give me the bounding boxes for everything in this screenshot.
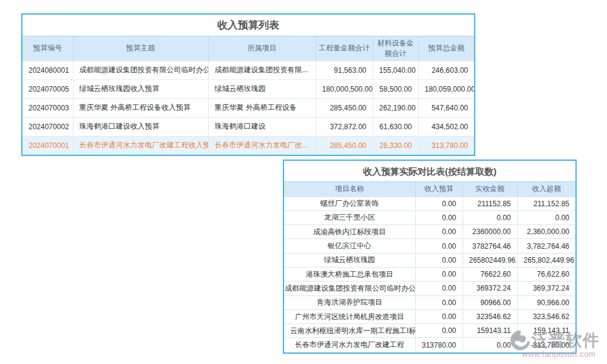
received-amount-cell: 323546.62 (463, 309, 517, 323)
material-total-cell: 155,040.00 (373, 61, 418, 79)
income-budget-cell: 0.00 (415, 211, 463, 224)
project-link[interactable]: 珠海鹤港口建设 (208, 117, 316, 136)
income-budget-header-row: 预算编号 预算主题 所属项目 工程量金额合计 材料设备金额合计 预算总金额 (22, 36, 474, 61)
income-budget-cell: 0.00 (415, 309, 463, 323)
project-link[interactable]: 成都能源建设集团投资有限... (208, 61, 316, 79)
comparison-table: 项目名称 收入预算 实收金额 收入超额 螺丝厂办公室装饰0.00211152.8… (284, 182, 575, 352)
table-row[interactable]: 青海洪湖养护院项目0.0090966.0090,966.00 (284, 295, 575, 309)
project-link[interactable]: 绿城云栖玫瑰园 (208, 79, 316, 98)
budget-total-cell: 434,502.00 (418, 117, 474, 136)
received-amount-cell: 265802449.96 (463, 253, 517, 267)
table-row[interactable]: 云南水利枢纽潜明水库一期工程施工I标0.00159143.11159,143.1… (284, 324, 575, 338)
income-excess-cell: 90,966.00 (517, 295, 575, 309)
received-amount-cell: 159143.11 (463, 324, 517, 338)
material-total-cell: 58,500.00 (373, 79, 418, 98)
engineering-total-cell: 285,450.00 (316, 136, 373, 155)
received-amount-cell: 0.00 (463, 211, 517, 224)
col-header-income-excess: 收入超额 (517, 182, 575, 197)
col-header-received-amount: 实收金额 (463, 182, 517, 197)
budget-code-cell: 2024080001 (22, 61, 73, 79)
col-header-budget-code: 预算编号 (22, 36, 73, 61)
comparison-panel: 收入预算实际对比表(按结算取数) 项目名称 收入预算 实收金额 收入超额 螺丝厂… (283, 160, 577, 354)
received-amount-cell: 90966.00 (463, 295, 517, 309)
income-excess-cell: -313,780.00 (517, 338, 575, 352)
income-budget-cell: 0.00 (415, 324, 463, 338)
project-link[interactable]: 长春市伊通河水力发电厂改... (208, 136, 316, 155)
project-name-link[interactable]: 银亿滨江中心 (284, 239, 415, 253)
income-excess-cell: 211,152.85 (517, 197, 575, 211)
project-link[interactable]: 重庆华夏 外高桥工程设备 (208, 98, 316, 117)
project-name-link[interactable]: 龙湖三千里小区 (284, 211, 415, 224)
project-name-link[interactable]: 青海洪湖养护院项目 (284, 295, 415, 309)
table-row[interactable]: 2024070002珠海鹤港口建设收入预算珠海鹤港口建设372,872.0061… (22, 117, 474, 136)
page: { "budget_list": { "title": "收入预算列表", "c… (0, 0, 607, 364)
budget-subject-link[interactable]: 成都能源建设集团投资有限公司临时办公场所... (73, 61, 208, 79)
table-row[interactable]: 广州市天河区统计局机房改造项目0.00323546.62323,546.62 (284, 309, 575, 323)
project-name-link[interactable]: 港珠澳大桥施工总承包项目 (284, 267, 415, 281)
received-amount-cell: 2360000.00 (463, 225, 517, 239)
income-budget-list-title: 收入预算列表 (22, 15, 474, 36)
col-header-income-budget: 收入预算 (415, 182, 463, 197)
project-name-link[interactable]: 成都能源建设集团投资有限公司临时办公场所装 (284, 281, 415, 295)
budget-subject-link[interactable]: 珠海鹤港口建设收入预算 (73, 117, 208, 136)
budget-total-cell: 547,640.00 (418, 98, 474, 117)
col-header-material-total: 材料设备金额合计 (373, 36, 418, 61)
table-row[interactable]: 长春市伊通河水力发电厂改建工程313780.000.00-313,780.00 (284, 338, 575, 352)
col-header-project-name: 项目名称 (284, 182, 415, 197)
income-excess-cell: 323,546.62 (517, 309, 575, 323)
project-name-link[interactable]: 长春市伊通河水力发电厂改建工程 (284, 338, 415, 352)
income-budget-cell: 0.00 (415, 267, 463, 281)
budget-code-cell: 2024070005 (22, 79, 73, 98)
comparison-title: 收入预算实际对比表(按结算取数) (284, 161, 575, 182)
budget-subject-link[interactable]: 绿城云栖玫瑰园收入预算 (73, 79, 208, 98)
engineering-total-cell: 180,000,500.00 (316, 79, 373, 98)
income-budget-cell: 0.00 (415, 253, 463, 267)
income-budget-cell: 0.00 (415, 239, 463, 253)
engineering-total-cell: 91,563.00 (316, 61, 373, 79)
income-excess-cell: 369,372.24 (517, 281, 575, 295)
income-budget-list-panel: 收入预算列表 预算编号 预算主题 所属项目 工程量金额合计 材料设备金额合计 预… (21, 13, 475, 156)
budget-code-cell: 2024070001 (22, 136, 73, 155)
table-row[interactable]: 2024070003重庆华夏 外高桥工程设备收入预算重庆华夏 外高桥工程设备28… (22, 98, 474, 117)
comparison-header-row: 项目名称 收入预算 实收金额 收入超额 (284, 182, 575, 197)
budget-subject-link[interactable]: 重庆华夏 外高桥工程设备收入预算 (73, 98, 208, 117)
project-name-link[interactable]: 成渝高铁内江标段项目 (284, 225, 415, 239)
income-budget-tbody: 2024080001成都能源建设集团投资有限公司临时办公场所...成都能源建设集… (22, 61, 474, 155)
income-excess-cell: 159,143.11 (517, 324, 575, 338)
table-row[interactable]: 银亿滨江中心0.003782764.463,782,764.46 (284, 239, 575, 253)
table-row[interactable]: 2024080001成都能源建设集团投资有限公司临时办公场所...成都能源建设集… (22, 61, 474, 79)
income-budget-table: 预算编号 预算主题 所属项目 工程量金额合计 材料设备金额合计 预算总金额 20… (22, 36, 474, 155)
project-name-link[interactable]: 云南水利枢纽潜明水库一期工程施工I标 (284, 324, 415, 338)
material-total-cell: 262,190.00 (373, 98, 418, 117)
material-total-cell: 28,330.00 (373, 136, 418, 155)
table-row[interactable]: 龙湖三千里小区0.000.000.00 (284, 211, 575, 224)
table-row[interactable]: 成渝高铁内江标段项目0.002360000.002,360,000.00 (284, 225, 575, 239)
income-budget-cell: 0.00 (415, 295, 463, 309)
budget-total-cell: 246,603.00 (418, 61, 474, 79)
table-row[interactable]: 2024070005绿城云栖玫瑰园收入预算绿城云栖玫瑰园180,000,500.… (22, 79, 474, 98)
engineering-total-cell: 372,872.00 (316, 117, 373, 136)
income-excess-cell: 0.00 (517, 211, 575, 224)
project-name-link[interactable]: 广州市天河区统计局机房改造项目 (284, 309, 415, 323)
income-excess-cell: 2,360,000.00 (517, 225, 575, 239)
table-row[interactable]: 绿城云栖玫瑰园0.00265802449.96265,802,449.96 (284, 253, 575, 267)
table-row[interactable]: 螺丝厂办公室装饰0.00211152.85211,152.85 (284, 197, 575, 211)
income-excess-cell: 265,802,449.96 (517, 253, 575, 267)
received-amount-cell: 211152.85 (463, 197, 517, 211)
table-row[interactable]: 成都能源建设集团投资有限公司临时办公场所装0.00369372.24369,37… (284, 281, 575, 295)
table-row[interactable]: 港珠澳大桥施工总承包项目0.0076622.6076,622.60 (284, 267, 575, 281)
budget-code-cell: 2024070003 (22, 98, 73, 117)
project-name-link[interactable]: 螺丝厂办公室装饰 (284, 197, 415, 211)
col-header-engineering-total: 工程量金额合计 (316, 36, 373, 61)
table-row[interactable]: 2024070001长春市伊通河水力发电厂改建工程收入预算长春市伊通河水力发电厂… (22, 136, 474, 155)
col-header-budget-total: 预算总金额 (418, 36, 474, 61)
engineering-total-cell: 285,450.00 (316, 98, 373, 117)
comparison-tbody: 螺丝厂办公室装饰0.00211152.85211,152.85龙湖三千里小区0.… (284, 197, 575, 352)
project-name-link[interactable]: 绿城云栖玫瑰园 (284, 253, 415, 267)
income-budget-cell: 0.00 (415, 225, 463, 239)
budget-subject-link[interactable]: 长春市伊通河水力发电厂改建工程收入预算 (73, 136, 208, 155)
received-amount-cell: 3782764.46 (463, 239, 517, 253)
income-excess-cell: 76,622.60 (517, 267, 575, 281)
material-total-cell: 61,630.00 (373, 117, 418, 136)
income-budget-cell: 0.00 (415, 281, 463, 295)
